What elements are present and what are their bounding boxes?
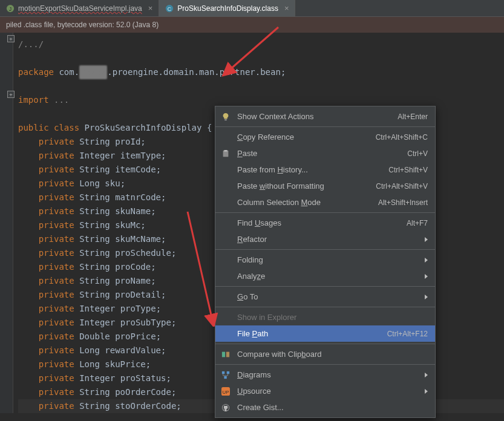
decompile-status: piled .class file, bytecode version: 52.… bbox=[0, 17, 504, 33]
menu-shortcut: Ctrl+Alt+Shift+C bbox=[376, 133, 428, 142]
menu-shortcut: Ctrl+V bbox=[407, 149, 428, 158]
svg-rect-10 bbox=[227, 371, 229, 373]
svg-rect-4 bbox=[224, 119, 227, 120]
menu-label: Refactor bbox=[237, 235, 419, 244]
menu-item-paste-from-history[interactable]: Paste from History...Ctrl+Shift+V bbox=[215, 162, 435, 178]
menu-item-analyze[interactable]: Analyze bbox=[215, 268, 435, 284]
folded-comment: /.../ bbox=[18, 38, 504, 51]
svg-rect-6 bbox=[224, 149, 227, 151]
menu-item-compare-with-clipboard[interactable]: Compare with Clipboard bbox=[215, 346, 435, 362]
menu-separator bbox=[215, 307, 435, 307]
blank-icon bbox=[220, 255, 231, 265]
menu-separator bbox=[215, 286, 435, 287]
menu-label: Paste without Formatting bbox=[237, 181, 370, 191]
menu-label: Find Usages bbox=[237, 218, 401, 227]
blank-icon bbox=[220, 329, 231, 339]
paste-icon bbox=[220, 149, 231, 158]
blank-icon bbox=[220, 198, 231, 207]
submenu-arrow-icon bbox=[425, 373, 428, 377]
editor-tabs: J motionExportSkuDataServiceImpl.java × … bbox=[0, 0, 504, 17]
menu-item-find-usages[interactable]: Find UsagesAlt+F7 bbox=[215, 215, 435, 231]
menu-label: Show in Explorer bbox=[237, 313, 428, 322]
menu-separator bbox=[215, 344, 435, 344]
menu-item-paste[interactable]: PasteCtrl+V bbox=[215, 145, 435, 162]
class-file-icon: C bbox=[165, 4, 174, 13]
menu-label: Show Context Actions bbox=[237, 112, 391, 121]
menu-item-file-path[interactable]: File PathCtrl+Alt+F12 bbox=[215, 325, 435, 342]
package-line: package com.xxxxx.proengine.domain.man.p… bbox=[18, 65, 504, 79]
diagram-icon bbox=[220, 370, 231, 380]
tab-label: ProSkuSearchInfoDisplay.class bbox=[177, 4, 278, 13]
menu-label: Analyze bbox=[237, 272, 419, 281]
menu-shortcut: Alt+Enter bbox=[398, 113, 428, 121]
fold-toggle[interactable]: + bbox=[7, 91, 15, 98]
menu-item-refactor[interactable]: Refactor bbox=[215, 231, 435, 247]
menu-item-show-context-actions[interactable]: Show Context ActionsAlt+Enter bbox=[215, 108, 435, 125]
java-file-icon: J bbox=[6, 4, 15, 13]
menu-shortcut: Ctrl+Alt+F12 bbox=[387, 330, 428, 338]
menu-shortcut: Alt+Shift+Insert bbox=[378, 198, 428, 207]
menu-separator bbox=[215, 212, 435, 213]
import-line: import ... bbox=[18, 93, 504, 107]
svg-rect-8 bbox=[226, 351, 229, 357]
menu-label: Paste from History... bbox=[237, 165, 382, 174]
submenu-arrow-icon bbox=[425, 295, 428, 299]
menu-label: Column Selection Mode bbox=[237, 198, 372, 207]
svg-rect-9 bbox=[222, 371, 224, 373]
menu-item-paste-without-formatting[interactable]: Paste without FormattingCtrl+Alt+Shift+V bbox=[215, 178, 435, 194]
menu-separator bbox=[215, 364, 435, 365]
github-icon bbox=[220, 403, 231, 413]
svg-rect-7 bbox=[222, 351, 225, 357]
menu-label: Paste bbox=[237, 149, 401, 158]
tab-serviceimpl[interactable]: J motionExportSkuDataServiceImpl.java × bbox=[0, 0, 159, 16]
blank-icon bbox=[220, 218, 231, 228]
menu-label: Copy Reference bbox=[237, 132, 370, 142]
menu-item-folding[interactable]: Folding bbox=[215, 252, 435, 268]
menu-label: Upsource bbox=[237, 387, 419, 396]
submenu-arrow-icon bbox=[425, 389, 428, 394]
blank-icon bbox=[220, 272, 231, 281]
svg-text:J: J bbox=[9, 5, 11, 11]
svg-text:UP: UP bbox=[223, 389, 229, 394]
bulb-icon bbox=[220, 112, 231, 122]
gutter: + + bbox=[0, 33, 13, 413]
menu-item-copy-reference[interactable]: Copy ReferenceCtrl+Alt+Shift+C bbox=[215, 129, 435, 145]
menu-label: Create Gist... bbox=[237, 403, 428, 412]
svg-text:C: C bbox=[168, 5, 171, 11]
menu-label: Folding bbox=[237, 255, 419, 264]
menu-item-upsource[interactable]: UPUpsource bbox=[215, 383, 435, 399]
menu-separator bbox=[215, 126, 435, 127]
blank-icon bbox=[220, 235, 231, 244]
menu-label: Go To bbox=[237, 292, 419, 301]
menu-item-go-to[interactable]: Go To bbox=[215, 289, 435, 305]
menu-separator bbox=[215, 249, 435, 250]
svg-rect-11 bbox=[224, 376, 226, 378]
menu-label: File Path bbox=[237, 329, 381, 338]
menu-label: Compare with Clipboard bbox=[237, 350, 428, 359]
close-icon[interactable]: × bbox=[284, 4, 289, 13]
menu-shortcut: Alt+F7 bbox=[407, 219, 428, 227]
menu-label: Diagrams bbox=[237, 370, 419, 379]
submenu-arrow-icon bbox=[425, 237, 428, 242]
menu-item-column-selection-mode[interactable]: Column Selection ModeAlt+Shift+Insert bbox=[215, 194, 435, 211]
tab-proskusearchinfodisplay[interactable]: C ProSkuSearchInfoDisplay.class × bbox=[159, 0, 295, 16]
menu-shortcut: Ctrl+Shift+V bbox=[388, 166, 428, 174]
blank-icon bbox=[220, 313, 231, 322]
submenu-arrow-icon bbox=[425, 274, 428, 279]
close-icon[interactable]: × bbox=[148, 4, 153, 13]
fold-toggle[interactable]: + bbox=[7, 35, 15, 42]
menu-item-show-in-explorer: Show in Explorer bbox=[215, 309, 435, 325]
menu-item-create-gist[interactable]: Create Gist... bbox=[215, 399, 435, 416]
compare-icon bbox=[220, 350, 231, 359]
menu-item-diagrams[interactable]: Diagrams bbox=[215, 367, 435, 383]
upsource-icon: UP bbox=[220, 387, 231, 396]
blank-icon bbox=[220, 292, 231, 302]
blank-icon bbox=[220, 132, 231, 142]
blank-icon bbox=[220, 165, 231, 175]
tab-label: motionExportSkuDataServiceImpl.java bbox=[18, 4, 142, 13]
blank-icon bbox=[220, 181, 231, 191]
menu-shortcut: Ctrl+Alt+Shift+V bbox=[376, 182, 428, 191]
submenu-arrow-icon bbox=[425, 258, 428, 263]
context-menu: Show Context ActionsAlt+EnterCopy Refere… bbox=[215, 106, 436, 418]
